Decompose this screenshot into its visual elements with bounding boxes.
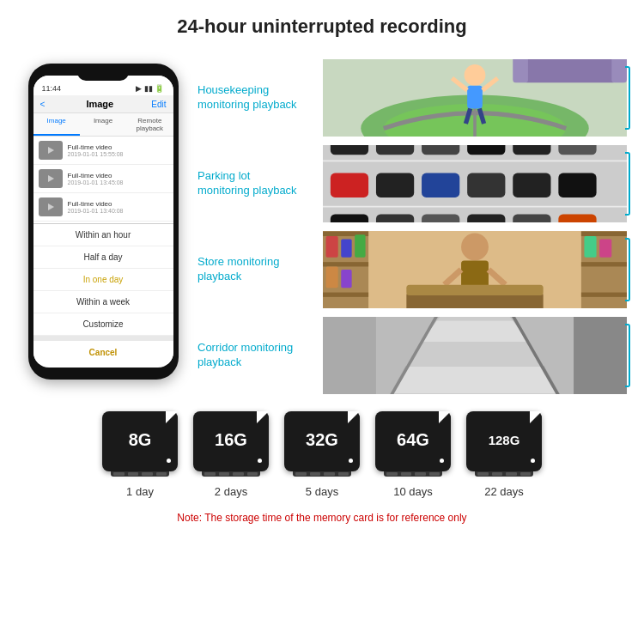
monitor-label-parking: Parking lotmonitoring playback [197,145,318,222]
svg-rect-41 [326,236,338,258]
svg-rect-35 [558,214,596,222]
page-title: 24-hour uninterrupted recording [0,0,644,46]
svg-rect-33 [467,214,505,222]
dropdown-item-within-week[interactable]: Within a week [33,291,173,313]
sd-stripe [324,472,335,476]
sd-stripe [401,472,412,476]
storage-card-64g: 64G 10 days [375,411,451,498]
svg-rect-51 [599,240,611,258]
sd-card-8g: 8G [102,411,178,471]
svg-rect-19 [376,145,414,155]
svg-rect-28 [513,173,550,197]
storage-card-32g: 32G 5 days [284,411,360,498]
tab-image[interactable]: Image [33,113,80,136]
storage-days-16g: 2 days [215,485,247,498]
monitor-image-parking [323,145,627,222]
sd-notch [475,471,533,477]
svg-rect-39 [323,262,368,266]
svg-point-52 [461,234,489,261]
monitor-label-text: Store monitoringplayback [197,255,279,284]
phone-body: 11:44 ▶ ▮▮ 🔋 < Image Edit Image Image Re… [28,64,179,380]
svg-rect-7 [513,59,528,82]
storage-days-32g: 5 days [306,485,338,498]
svg-rect-32 [422,214,459,222]
svg-rect-61 [323,317,376,394]
svg-marker-0 [48,147,54,154]
sd-stripe [128,472,139,476]
phone-nav: < Image Edit [33,95,173,113]
monitor-row-housekeeping: Housekeepingmonitoring playback [197,59,627,137]
svg-rect-49 [581,293,627,297]
svg-rect-43 [355,234,365,258]
sd-stripe [142,472,153,476]
sd-stripe [429,472,440,476]
storage-days-8g: 1 day [126,485,154,498]
svg-rect-42 [341,240,351,258]
svg-rect-22 [513,145,550,155]
dropdown-item-within-hour[interactable]: Within an hour [33,224,173,246]
video-thumb [39,141,63,160]
svg-rect-48 [581,262,627,266]
phone-nav-back[interactable]: < [40,100,46,109]
svg-rect-21 [467,145,505,155]
sd-stripe [386,472,398,476]
monitor-label-store: Store monitoringplayback [197,231,318,308]
svg-rect-8 [611,59,627,82]
storage-cards: 8G 1 day 16G 2 [102,411,542,498]
dropdown-item-customize[interactable]: Customize [33,313,173,336]
video-date: 2019-01-01 15:55:08 [68,151,124,157]
svg-marker-67 [437,317,513,320]
monitor-label-text: Housekeepingmonitoring playback [197,83,297,112]
sd-card-128g: 128G [466,411,542,471]
sd-notch [384,471,442,477]
sd-stripe [310,472,321,476]
svg-marker-2 [48,204,54,210]
svg-rect-27 [467,173,505,197]
tab-image2[interactable]: Image [80,113,126,136]
sd-stripe [492,472,503,476]
monitor-image-corridor [323,317,627,394]
dropdown-item-in-one-day[interactable]: In one day [33,269,173,291]
sd-card-64g: 64G [375,411,451,471]
svg-rect-34 [513,214,550,222]
list-item: Full-time video 2019-01-01 15:55:08 [33,137,173,165]
svg-rect-30 [331,214,368,222]
svg-rect-31 [376,214,414,222]
svg-point-9 [465,64,486,86]
sd-stripe [477,472,489,476]
sd-stripe [113,472,125,476]
dropdown-item-half-day[interactable]: Half a day [33,246,173,269]
sd-stripe [506,472,517,476]
video-title: Full-time video [68,200,124,208]
sd-stripe [295,472,307,476]
svg-marker-1 [48,175,54,182]
storage-card-8g: 8G 1 day [102,411,178,498]
phone-mockup: 11:44 ▶ ▮▮ 🔋 < Image Edit Image Image Re… [17,64,189,380]
sd-stripe [219,472,230,476]
sd-notch [202,471,260,477]
sd-stripe [338,472,349,476]
monitor-label-text: Parking lotmonitoring playback [197,169,297,198]
tab-remote-playback[interactable]: Remote playback [126,113,173,136]
phone-nav-edit[interactable]: Edit [151,100,166,109]
sd-card-16g: 16G [193,411,269,471]
monitor-row-corridor: Corridor monitoringplayback [197,317,627,394]
svg-rect-40 [323,293,368,297]
monitor-label-text: Corridor monitoringplayback [197,341,293,370]
sd-stripe [204,472,216,476]
monitor-label-corridor: Corridor monitoringplayback [197,317,318,394]
sd-dot [167,459,171,463]
sd-dot [440,459,444,463]
monitor-row-parking: Parking lotmonitoring playback [197,145,627,222]
sd-label-64g: 64G [397,430,429,450]
storage-days-64g: 10 days [393,485,433,498]
video-date: 2019-01-01 13:40:08 [68,208,124,214]
sd-notch [293,471,351,477]
video-title: Full-time video [68,172,124,179]
video-thumb [39,169,63,188]
storage-card-16g: 16G 2 days [193,411,269,498]
svg-rect-20 [422,145,459,155]
svg-rect-45 [341,270,351,288]
monitor-label-housekeeping: Housekeepingmonitoring playback [197,59,318,137]
phone-cancel-button[interactable]: Cancel [33,336,173,364]
